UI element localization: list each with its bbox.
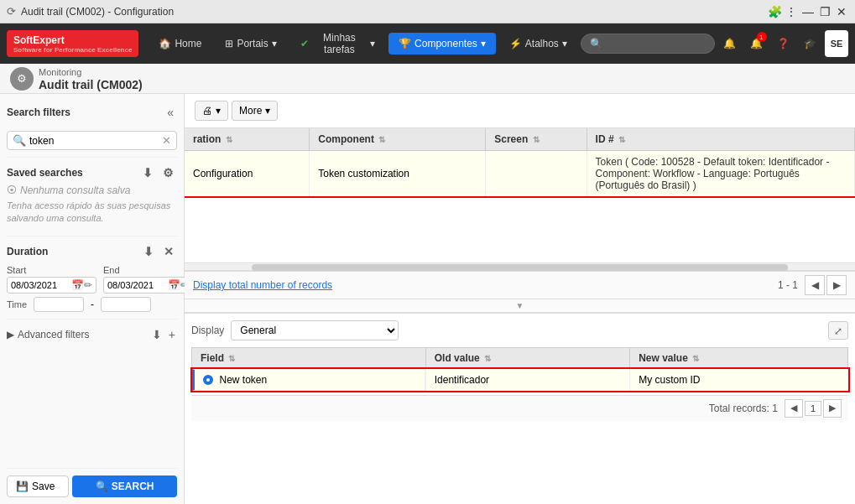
more-btn[interactable]: More ▾ [232, 101, 278, 121]
detail-next-btn[interactable]: ▶ [823, 399, 842, 418]
time-end-input[interactable] [101, 297, 151, 312]
module-icon: ⚙ [10, 67, 34, 91]
col-screen[interactable]: Screen ⇅ [486, 128, 587, 151]
advanced-section: ▶ Advanced filters ⬇ + [7, 319, 177, 343]
search-button[interactable]: 🔍 SEARCH [72, 475, 177, 497]
cell-field: New token [192, 369, 425, 391]
end-date-input[interactable] [107, 280, 168, 290]
time-start-input[interactable] [34, 297, 84, 312]
duration-title: Duration [7, 246, 48, 257]
menu-icon[interactable]: ⋮ [785, 5, 798, 18]
close-icon[interactable]: ✕ [835, 5, 848, 18]
end-calendar-icon[interactable]: 📅 [168, 279, 180, 291]
global-search[interactable]: 🔍 [581, 34, 715, 54]
search-input[interactable] [606, 38, 706, 49]
duration-clear-icon[interactable]: ✕ [160, 243, 177, 260]
saved-empty-sub: Tenha acesso rápido às suas pesquisas sa… [7, 196, 177, 229]
sort-component-icon: ⇅ [378, 135, 385, 144]
search-box-icon: 🔍 [13, 134, 26, 147]
records-bar: Display total number of records 1 - 1 ◀ … [185, 271, 855, 299]
radio-dot [203, 375, 213, 385]
display-label: Display [191, 325, 224, 336]
no-saved-icon: ⦿ [7, 184, 17, 196]
search-btn-icon: 🔍 [96, 481, 108, 492]
save-search-btn[interactable]: ⬇ [139, 164, 156, 181]
records-nav: ◀ ▶ [805, 275, 847, 295]
filter-search-input[interactable] [29, 135, 159, 147]
advanced-label: Advanced filters [18, 329, 89, 340]
alert-badge: 1 [757, 32, 767, 42]
start-date-input[interactable] [11, 280, 71, 290]
detail-prev-btn[interactable]: ◀ [785, 399, 803, 418]
horizontal-scrollbar[interactable] [185, 262, 855, 271]
restore-icon[interactable]: ❐ [818, 5, 832, 18]
alert-icon-btn[interactable]: 🔔 1 [745, 30, 769, 57]
expand-icon: ▼ [516, 301, 524, 310]
filter-search-box[interactable]: 🔍 ✕ [7, 131, 177, 150]
col-field[interactable]: Field ⇅ [192, 348, 426, 369]
expand-row[interactable]: ▼ [185, 299, 855, 312]
start-edit-icon[interactable]: ✏ [84, 279, 92, 291]
print-dropdown-icon: ▾ [216, 105, 221, 117]
time-label: Time [7, 299, 27, 309]
col-old-value[interactable]: Old value ⇅ [425, 348, 629, 369]
save-button[interactable]: 💾 Save [7, 475, 69, 497]
expand-icon-btn: ⤢ [834, 325, 842, 337]
time-separator: - [91, 299, 94, 310]
nav-atalhos[interactable]: ⚡ Atalhos ▾ [499, 33, 577, 55]
date-row: Start 📅 ✏ End 📅 ✏ [7, 265, 177, 294]
config-search-btn[interactable]: ⚙ [159, 164, 177, 181]
nav-home[interactable]: 🏠 Home [149, 33, 211, 55]
se-avatar: SE [825, 30, 848, 57]
title-bar: ⟳ Audit trail (CM002) - Configuration 🧩 … [0, 0, 855, 23]
duration-section: Duration ⬇ ✕ Start 📅 ✏ End [7, 236, 177, 312]
col-ration[interactable]: ration ⇅ [185, 128, 310, 151]
cell-new-value: My custom ID [630, 369, 848, 392]
scrollbar-thumb[interactable] [252, 264, 788, 271]
audit-table-area: ration ⇅ Component ⇅ Screen ⇅ ID # [185, 128, 855, 262]
col-new-value[interactable]: New value ⇅ [630, 348, 848, 369]
audit-table-body: Configuration Token customization Token … [185, 151, 855, 198]
sort-new-icon: ⇅ [692, 354, 699, 363]
nav-componentes[interactable]: 🏆 Componentes ▾ [388, 33, 496, 55]
display-select[interactable]: General All Fields [231, 320, 399, 340]
collapse-sidebar-btn[interactable]: « [164, 104, 177, 121]
minimize-icon[interactable]: — [801, 5, 815, 18]
more-dropdown-icon: ▾ [265, 105, 270, 117]
sort-field-icon: ⇅ [228, 354, 235, 363]
detail-row[interactable]: New token Identificador My custom ID [192, 369, 848, 392]
portais-icon: ⊞ [225, 38, 233, 49]
plugin-icon[interactable]: 🧩 [768, 5, 781, 18]
next-page-btn[interactable]: ▶ [826, 275, 847, 295]
clear-search-icon[interactable]: ✕ [162, 134, 171, 147]
advanced-toggle[interactable]: ▶ Advanced filters ⬇ + [7, 326, 177, 343]
print-btn[interactable]: 🖨 ▾ [195, 101, 228, 121]
advanced-add-icon[interactable]: + [167, 326, 177, 343]
prev-page-btn[interactable]: ◀ [805, 275, 825, 295]
nav-portais[interactable]: ⊞ Portais ▾ [215, 33, 286, 55]
search-icon: 🔍 [590, 38, 602, 49]
save-label: Save [32, 481, 55, 492]
bell-icon-btn[interactable]: 🔔 [718, 30, 742, 57]
search-label: SEARCH [112, 481, 154, 492]
saved-searches-title: Saved searches [7, 167, 83, 179]
nav-tarefas[interactable]: ✔ Minhas tarefas ▾ [290, 27, 385, 60]
col-id[interactable]: ID # ⇅ [587, 128, 854, 151]
records-count: 1 - 1 [778, 279, 798, 291]
col-component[interactable]: Component ⇅ [310, 128, 486, 151]
table-row[interactable]: Configuration Token customization Token … [185, 151, 855, 198]
title-text: Audit trail (CM002) - Configuration [21, 6, 174, 18]
start-calendar-icon[interactable]: 📅 [71, 279, 84, 291]
bell-icon: 🔔 [723, 38, 736, 49]
start-date-col: Start 📅 ✏ [7, 265, 96, 294]
help-icon-btn[interactable]: ❓ [772, 30, 795, 57]
graduation-icon-btn[interactable]: 🎓 [798, 30, 821, 57]
tarefas-check-icon: ✔ [300, 38, 309, 49]
print-icon: 🖨 [202, 105, 212, 117]
duration-download-icon[interactable]: ⬇ [140, 243, 157, 260]
display-total-link[interactable]: Display total number of records [193, 279, 332, 291]
start-date-label: Start [7, 265, 96, 275]
expand-detail-btn[interactable]: ⤢ [828, 321, 848, 340]
advanced-save-icon[interactable]: ⬇ [150, 326, 164, 343]
saved-empty-message: Nenhuma consulta salva [20, 184, 130, 196]
